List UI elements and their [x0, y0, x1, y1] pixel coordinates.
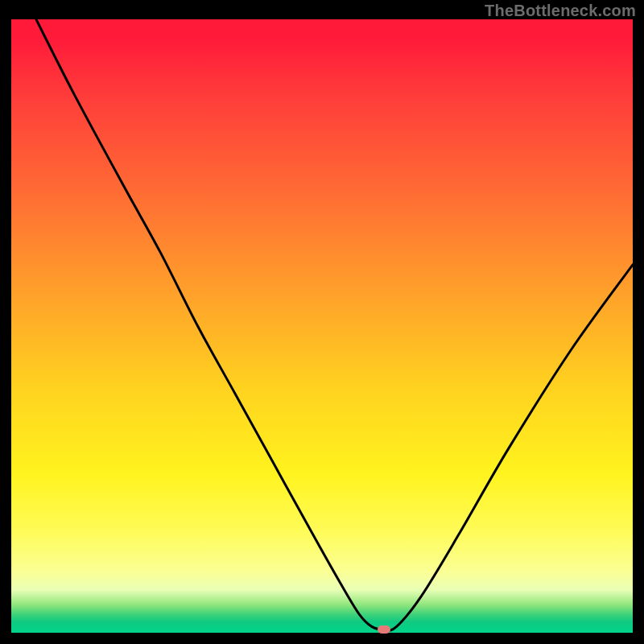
plot-area — [11, 19, 633, 633]
chart-frame: TheBottleneck.com — [0, 0, 644, 644]
optimal-point-marker — [378, 625, 390, 634]
bottleneck-curve — [11, 19, 633, 633]
watermark-text: TheBottleneck.com — [485, 2, 636, 20]
